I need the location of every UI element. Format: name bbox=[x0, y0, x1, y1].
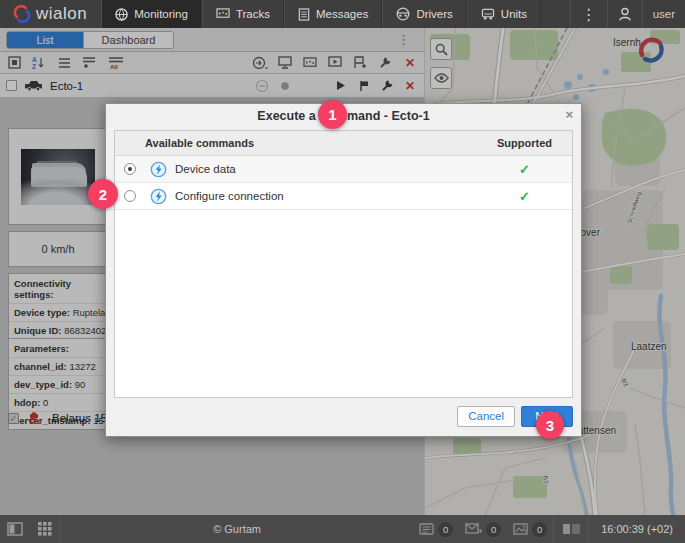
commands-table: Available commands Supported Device data… bbox=[115, 131, 572, 210]
clock: 16:00:39 (+02) bbox=[589, 523, 685, 535]
layout-button[interactable] bbox=[554, 515, 588, 543]
tab-label: Tracks bbox=[236, 8, 270, 20]
image-icon bbox=[513, 523, 528, 535]
notifications-count: 0 bbox=[438, 522, 453, 537]
notifications-icon bbox=[419, 523, 434, 535]
column-available-commands: Available commands bbox=[115, 131, 477, 155]
grid-icon bbox=[38, 522, 52, 536]
wialon-app: wialon Monitoring Tracks Messages Driver… bbox=[0, 0, 685, 543]
toggle-panel-button[interactable] bbox=[0, 515, 30, 543]
tab-units[interactable]: Units bbox=[467, 0, 541, 28]
dialog-body: Available commands Supported Device data… bbox=[114, 130, 573, 398]
status-bar: © Gurtam 0 0 0 16:00:39 (+02) bbox=[0, 515, 685, 543]
media-counter[interactable]: 0 bbox=[507, 522, 553, 537]
command-label: Device data bbox=[171, 163, 477, 175]
cancel-button[interactable]: Cancel bbox=[457, 406, 515, 427]
execute-command-dialog: Execute a Command - Ecto-1 × Available c… bbox=[105, 103, 582, 437]
kebab-menu-icon: ⋮ bbox=[581, 5, 597, 24]
user-icon bbox=[618, 7, 632, 22]
apps-grid-button[interactable] bbox=[30, 515, 60, 543]
command-icon bbox=[150, 188, 167, 205]
top-navigation-bar: wialon Monitoring Tracks Messages Driver… bbox=[0, 0, 685, 28]
command-row-configure-connection[interactable]: Configure connection ✓ bbox=[115, 183, 572, 210]
radio-device-data[interactable] bbox=[124, 163, 136, 175]
step-badge-2: 2 bbox=[88, 179, 118, 209]
media-count: 0 bbox=[532, 522, 547, 537]
command-label: Configure connection bbox=[171, 190, 477, 202]
user-menu-button[interactable] bbox=[607, 0, 642, 28]
tab-monitoring[interactable]: Monitoring bbox=[101, 0, 202, 28]
user-name[interactable]: user bbox=[642, 0, 685, 28]
command-row-device-data[interactable]: Device data ✓ bbox=[115, 156, 572, 183]
supported-check-icon: ✓ bbox=[519, 189, 530, 204]
step-badge-3: 3 bbox=[536, 411, 564, 439]
globe-icon bbox=[115, 8, 128, 21]
tab-tracks[interactable]: Tracks bbox=[202, 0, 284, 28]
notifications-counter[interactable]: 0 bbox=[413, 522, 459, 537]
mail-icon bbox=[465, 523, 482, 535]
tab-messages[interactable]: Messages bbox=[284, 0, 382, 28]
topbar-right-controls: ⋮ user bbox=[570, 0, 685, 28]
wialon-logo: wialon bbox=[0, 0, 101, 28]
tab-drivers[interactable]: Drivers bbox=[382, 0, 466, 28]
tab-label: Monitoring bbox=[134, 8, 188, 20]
supported-check-icon: ✓ bbox=[519, 162, 530, 177]
layout-icon bbox=[563, 523, 580, 535]
column-supported: Supported bbox=[477, 131, 572, 155]
tab-label: Units bbox=[501, 8, 527, 20]
step-badge-1: 1 bbox=[318, 100, 347, 129]
document-icon bbox=[298, 8, 310, 21]
messages-counter[interactable]: 0 bbox=[459, 522, 507, 537]
main-nav-tabs: Monitoring Tracks Messages Drivers Units bbox=[101, 0, 541, 28]
steering-wheel-icon bbox=[396, 7, 410, 21]
command-icon bbox=[150, 161, 167, 178]
wialon-logo-icon bbox=[13, 5, 31, 23]
brand-text: wialon bbox=[36, 4, 87, 24]
more-menu-button[interactable]: ⋮ bbox=[570, 0, 607, 28]
dialog-close-button[interactable]: × bbox=[565, 107, 573, 122]
dialog-footer: Cancel Next bbox=[106, 404, 581, 436]
track-icon bbox=[216, 8, 230, 20]
radio-configure-connection[interactable] bbox=[124, 190, 136, 202]
tab-label: Messages bbox=[316, 8, 368, 20]
copyright: © Gurtam bbox=[61, 523, 413, 535]
main-area: List Dashboard ⋮ AZ All ✕ bbox=[0, 28, 685, 515]
truck-icon bbox=[481, 8, 495, 20]
commands-table-header: Available commands Supported bbox=[115, 131, 572, 156]
messages-count: 0 bbox=[486, 522, 501, 537]
sidebar-toggle-icon bbox=[7, 522, 23, 536]
tab-label: Drivers bbox=[416, 8, 452, 20]
